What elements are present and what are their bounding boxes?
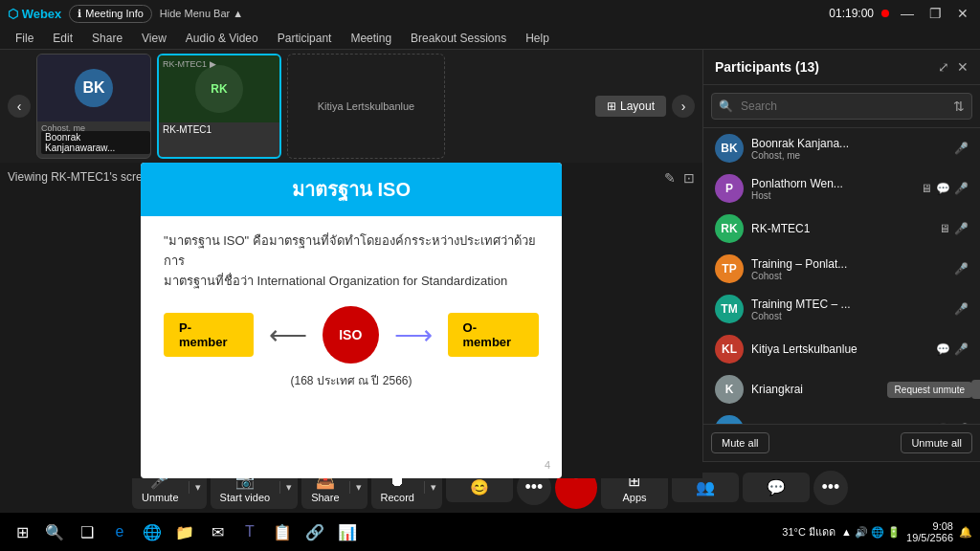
viewing-label: Viewing RK-MTEC1's screen [8, 170, 155, 184]
slide-title: มาตรฐาน ISO [141, 163, 562, 216]
teams-icon[interactable]: T [235, 518, 264, 546]
participant-item-training-ponlat: TP Training – Ponlat... Cohost 🎤 [703, 249, 980, 289]
hide-menu-button[interactable]: Hide Menu Bar ▲ [160, 8, 243, 19]
more-options-button-2[interactable]: ••• [813, 471, 848, 505]
fit-button[interactable]: ⊡ [683, 170, 695, 186]
participant-item-rk: RK RK-MTEC1 🖥 🎤 [703, 209, 980, 249]
right-arrow: ⟶ [394, 320, 433, 351]
annotation-button[interactable]: ✎ [664, 170, 676, 186]
search-icon: 🔍 [719, 99, 733, 113]
start-button[interactable]: ⊞ [8, 518, 36, 546]
participant-icons-boonrak: 🎤 [954, 142, 969, 155]
participant-name-ponlathorn: Ponlathorn Wen... [751, 177, 913, 190]
layout-button[interactable]: ⊞ Layout [595, 96, 666, 117]
minimize-button[interactable]: — [897, 6, 918, 21]
weather-display: 31°C มีแดด [782, 523, 835, 540]
avatar-rk-list: RK [715, 214, 744, 243]
webex-logo: ⬡ Webex [8, 7, 61, 21]
video-dropdown-button[interactable]: ▾ [279, 481, 298, 494]
participant-info-kitiya: Kitiya Lertskulbanlue [751, 342, 928, 356]
mic-off-icon-2: 🎤 [954, 182, 969, 195]
app5-icon[interactable]: 📋 [268, 518, 297, 546]
participant-name-rk: RK-MTEC1 [751, 222, 931, 235]
ellipsis-icon-2: ••• [822, 477, 840, 497]
menu-help[interactable]: Help [518, 30, 557, 47]
avatar-monporn: M [715, 415, 744, 424]
mic-on-icon: 🎤 [954, 222, 969, 235]
edge-icon[interactable]: e [105, 518, 134, 546]
p-member-box: P-member [164, 313, 254, 357]
request-unmute-badge[interactable]: Request unmute [887, 382, 972, 398]
thumbnail-boonrak[interactable]: BK Boonrak Kanjanawaraw... Cohost, me [36, 54, 151, 159]
prev-thumbnail-button[interactable]: ‹ [8, 95, 31, 118]
search-box: 🔍 ⇅ [703, 85, 980, 128]
menu-breakout[interactable]: Breakout Sessions [403, 30, 514, 47]
participants-panel: Participants (13) ⤢ ✕ 🔍 ⇅ BK Boonrak Kan… [702, 50, 980, 461]
record-dropdown-button[interactable]: ▾ [424, 481, 442, 494]
search-input[interactable] [711, 93, 972, 120]
menu-participant[interactable]: Participant [270, 30, 340, 47]
popout-button[interactable]: ⤢ [938, 59, 949, 75]
participant-info-rk: RK-MTEC1 [751, 222, 931, 235]
participant-role-training-mtec: Cohost [751, 311, 947, 321]
participant-icons-training-mtec: 🎤 [954, 302, 969, 316]
rk-label: RK-MTEC1 ▶ [163, 59, 216, 69]
close-button[interactable]: ✕ [953, 6, 972, 21]
time-display: 01:19:00 [829, 7, 874, 20]
chat-icon: 💬 [936, 182, 950, 195]
menu-audio-video[interactable]: Audio & Video [178, 30, 266, 47]
participants-icon: 👥 [696, 478, 715, 496]
chat-button[interactable]: 💬 [743, 473, 810, 502]
iso-logo: ISO [323, 306, 379, 364]
thumbnail-rk-mtec1[interactable]: RK-MTEC1 ▶ RK RK-MTEC1 [157, 54, 281, 159]
participant-name-training-mtec: Training MTEC – ... [751, 298, 947, 311]
task-view-button[interactable]: ❑ [73, 518, 101, 546]
reactions-icon: 😊 [470, 478, 489, 496]
participant-info-monporn: Monporn [751, 423, 928, 424]
menu-view[interactable]: View [134, 30, 174, 47]
bottom-actions: Mute all Unmute all [703, 424, 980, 461]
search-taskbar-button[interactable]: 🔍 [40, 518, 69, 546]
mute-all-button[interactable]: Mute all [711, 432, 769, 453]
next-thumbnail-button[interactable]: › [672, 95, 695, 118]
sort-button[interactable]: ⇅ [953, 99, 965, 114]
avatar-training-ponlat: TP [715, 254, 744, 283]
menu-file[interactable]: File [8, 30, 41, 47]
panel-actions: ⤢ ✕ [938, 59, 969, 75]
menu-meeting[interactable]: Meeting [343, 30, 399, 47]
close-panel-button[interactable]: ✕ [957, 59, 969, 75]
chrome-icon[interactable]: 🌐 [138, 518, 167, 546]
app6-icon[interactable]: 🔗 [301, 518, 329, 546]
unmute-dropdown-button[interactable]: ▾ [189, 481, 207, 494]
left-arrow: ⟵ [269, 320, 307, 351]
chat-icon-monporn: 💬 [936, 423, 950, 424]
participant-item-boonrak: BK Boonrak Kanjana... Cohost, me 🎤 [703, 128, 980, 168]
notification-icon[interactable]: 🔔 [959, 526, 972, 539]
mail-icon[interactable]: ✉ [203, 518, 232, 546]
participant-info-training-mtec: Training MTEC – ... Cohost [751, 298, 947, 321]
participant-icons-monporn: 💬 🎤 [936, 423, 969, 424]
menubar: File Edit Share View Audio & Video Parti… [0, 27, 980, 50]
restore-button[interactable]: ❐ [925, 6, 946, 21]
participant-name-monporn: Monporn [751, 423, 928, 424]
mic-off-icon-4: 🎤 [954, 302, 969, 316]
avatar-training-mtec: TM [715, 295, 744, 323]
mic-off-icon-7: 🎤 [954, 423, 969, 424]
participant-role-boonrak: Cohost, me [751, 150, 947, 161]
avatar-boonrak-list: BK [715, 134, 744, 163]
participant-icons-ponlathorn: 🖥 💬 🎤 [921, 182, 969, 195]
unmute-all-button[interactable]: Unmute all [901, 432, 972, 453]
participant-icons-kitiya: 💬 🎤 [936, 342, 969, 356]
participant-name-kitiya: Kitiya Lertskulbanlue [751, 342, 928, 356]
file-explorer-icon[interactable]: 📁 [170, 518, 199, 546]
slide-page-number: 4 [545, 459, 550, 471]
share-dropdown-button[interactable]: ▾ [349, 481, 368, 494]
app7-icon[interactable]: 📊 [333, 518, 362, 546]
menu-edit[interactable]: Edit [45, 30, 80, 47]
avatar-boonrak: BK [75, 69, 113, 107]
slide-content: มาตรฐาน ISO "มาตรฐาน ISO" คือมาตรฐานที่จ… [141, 163, 562, 478]
participant-name-boonrak: Boonrak Kanjana... [751, 137, 947, 150]
meeting-info-button[interactable]: ℹ Meeting Info [69, 5, 152, 23]
menu-share[interactable]: Share [84, 30, 130, 47]
mic-off-icon-3: 🎤 [954, 262, 969, 276]
